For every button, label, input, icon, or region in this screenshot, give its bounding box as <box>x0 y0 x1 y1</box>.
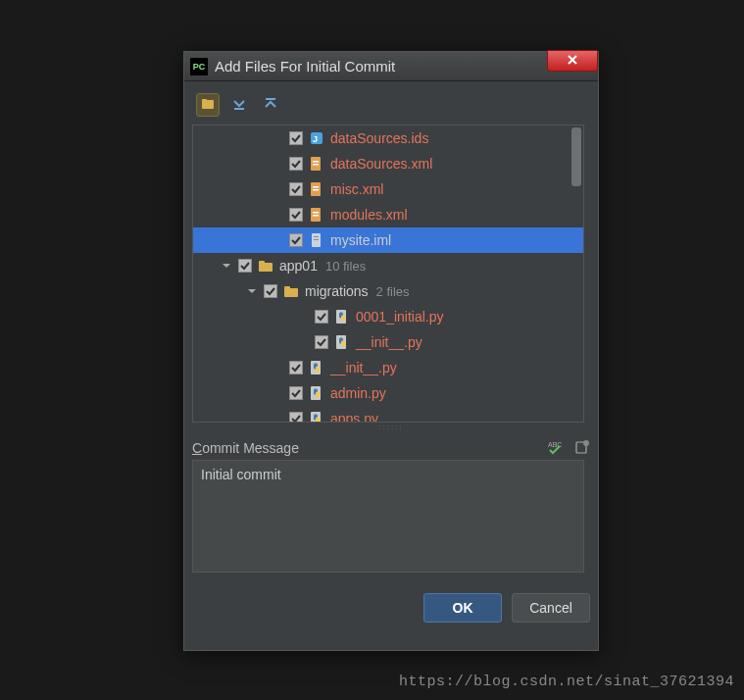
commit-message-label: Commit Message <box>192 440 299 456</box>
commit-message-input[interactable] <box>192 460 584 573</box>
py-icon <box>334 309 350 325</box>
xml-icon <box>309 181 324 197</box>
file-tree: JdataSources.idsdataSources.xmlmisc.xmlm… <box>192 125 584 423</box>
folder-icon <box>258 258 273 274</box>
file-name: migrations <box>305 283 369 299</box>
chevron-down-icon[interactable] <box>246 285 258 297</box>
tree-row[interactable]: apps.py <box>193 406 583 422</box>
svg-rect-13 <box>313 212 319 214</box>
tree-row[interactable]: JdataSources.ids <box>193 125 583 151</box>
commit-label-row: Commit Message ABC <box>192 440 590 456</box>
py-icon <box>309 385 324 401</box>
svg-rect-2 <box>234 108 244 110</box>
spellcheck-icon: ABC <box>547 439 563 458</box>
history-icon <box>574 439 590 458</box>
file-name: misc.xml <box>330 181 383 197</box>
dialog-add-files: PC Add Files For Initial Commit <box>183 51 599 651</box>
expand-all-button[interactable] <box>227 93 251 117</box>
checkbox[interactable] <box>289 157 303 171</box>
close-button[interactable] <box>547 50 598 72</box>
svg-rect-16 <box>314 236 319 237</box>
file-name: modules.xml <box>330 207 408 223</box>
commit-label-text: ommit Message <box>202 440 299 456</box>
file-name: dataSources.ids <box>330 130 428 146</box>
checkbox[interactable] <box>315 335 328 349</box>
file-name: dataSources.xml <box>330 156 432 172</box>
checkbox[interactable] <box>289 361 303 375</box>
dialog-body: JdataSources.idsdataSources.xmlmisc.xmlm… <box>184 81 598 630</box>
cancel-button[interactable]: Cancel <box>512 593 590 623</box>
svg-rect-3 <box>266 98 275 100</box>
svg-rect-7 <box>313 161 319 163</box>
checkbox[interactable] <box>238 259 252 273</box>
tree-row[interactable]: admin.py <box>193 380 583 406</box>
svg-rect-1 <box>202 99 207 102</box>
file-count: 10 files <box>325 259 366 274</box>
checkbox[interactable] <box>289 386 303 400</box>
spellcheck-button[interactable]: ABC <box>547 440 563 456</box>
collapse-all-icon <box>263 96 278 115</box>
file-name: __init__.py <box>356 334 422 350</box>
toolbar <box>192 89 590 125</box>
tree-row[interactable]: dataSources.xml <box>193 151 583 176</box>
ids-icon: J <box>309 130 324 146</box>
svg-text:J: J <box>313 134 318 144</box>
group-by-directory-button[interactable] <box>196 93 220 117</box>
svg-point-29 <box>583 440 589 446</box>
checkbox[interactable] <box>315 310 328 324</box>
file-count: 2 files <box>376 284 410 299</box>
chevron-down-icon[interactable] <box>221 260 232 272</box>
file-name: apps.py <box>330 411 378 422</box>
file-name: 0001_initial.py <box>356 309 444 325</box>
expand-all-icon <box>231 96 247 115</box>
svg-rect-19 <box>259 261 265 265</box>
titlebar[interactable]: PC Add Files For Initial Commit <box>184 52 598 81</box>
checkbox[interactable] <box>289 412 303 422</box>
folder-tree-icon <box>200 96 216 115</box>
commit-toolbar: ABC <box>547 440 590 456</box>
file-name: __init__.py <box>330 360 397 375</box>
svg-rect-10 <box>313 186 319 188</box>
svg-rect-8 <box>313 164 319 166</box>
dialog-title: Add Files For Initial Commit <box>215 58 395 75</box>
checkbox[interactable] <box>289 131 303 145</box>
svg-rect-14 <box>313 215 319 217</box>
tree-row[interactable]: migrations2 files <box>193 278 583 304</box>
history-button[interactable] <box>574 440 590 456</box>
watermark: https://blog.csdn.net/sinat_37621394 <box>399 674 734 690</box>
py-icon <box>309 360 324 375</box>
ok-button[interactable]: OK <box>423 593 502 623</box>
pycharm-icon: PC <box>190 58 208 75</box>
file-name: admin.py <box>330 385 386 401</box>
tree-row[interactable]: __init__.py <box>193 329 583 355</box>
tree-row[interactable]: mysite.iml <box>193 227 583 253</box>
file-icon <box>309 232 324 248</box>
py-icon <box>309 411 324 422</box>
file-name: app01 <box>279 258 318 274</box>
tree-row[interactable]: 0001_initial.py <box>193 304 583 329</box>
file-name: mysite.iml <box>330 232 391 248</box>
file-tree-scroll[interactable]: JdataSources.idsdataSources.xmlmisc.xmlm… <box>193 125 583 422</box>
scrollbar[interactable] <box>571 127 581 420</box>
tree-row[interactable]: __init__.py <box>193 355 583 380</box>
commit-mnemonic: C <box>192 440 202 456</box>
tree-row[interactable]: misc.xml <box>193 176 583 202</box>
svg-rect-17 <box>314 239 319 240</box>
svg-rect-11 <box>313 189 319 191</box>
checkbox[interactable] <box>289 233 303 247</box>
collapse-all-button[interactable] <box>259 93 282 117</box>
folder-icon <box>283 283 299 299</box>
tree-row[interactable]: modules.xml <box>193 202 583 227</box>
svg-rect-21 <box>284 286 290 290</box>
tree-row[interactable]: app0110 files <box>193 253 583 278</box>
close-icon <box>567 54 578 69</box>
py-icon <box>334 334 350 350</box>
xml-icon <box>309 156 324 172</box>
checkbox[interactable] <box>289 182 303 196</box>
resize-grip[interactable]: :::::: <box>192 423 590 430</box>
button-row: OK Cancel <box>192 593 590 623</box>
checkbox[interactable] <box>289 208 303 222</box>
xml-icon <box>309 207 324 223</box>
checkbox[interactable] <box>264 284 277 298</box>
scrollbar-thumb[interactable] <box>571 127 581 186</box>
